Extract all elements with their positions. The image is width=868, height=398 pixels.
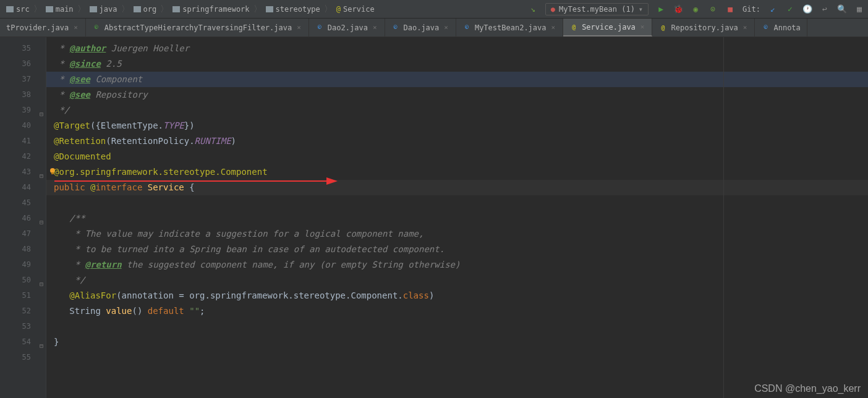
chevron-right-icon: 〉: [121, 4, 130, 15]
code-line: [54, 350, 868, 365]
build-hammer-icon[interactable]: ↘: [528, 4, 538, 14]
right-margin-guide: [723, 37, 724, 398]
git-label: Git:: [742, 5, 760, 14]
line-number: 37: [0, 72, 46, 87]
line-number: 45: [0, 195, 46, 211]
folder-icon: [46, 6, 53, 12]
editor-tabs: tProvider.java× ©AbstractTypeHierarchyTr…: [0, 19, 868, 37]
close-icon[interactable]: ×: [639, 23, 646, 31]
toolbar: src 〉 main 〉 java 〉 org 〉 springframewor…: [0, 0, 868, 19]
breadcrumb-item-stereotype[interactable]: stereotype: [263, 4, 323, 15]
line-number: 49: [0, 257, 46, 273]
chevron-right-icon: 〉: [253, 4, 262, 15]
breadcrumb-item-java[interactable]: java: [87, 4, 120, 15]
breadcrumb-item-springframework[interactable]: springframework: [170, 4, 252, 15]
breadcrumb-item-main[interactable]: main: [43, 4, 76, 15]
chevron-right-icon: 〉: [324, 4, 333, 15]
line-number: 53: [0, 319, 46, 334]
line-number: 39⊟: [0, 103, 46, 118]
profiler-icon[interactable]: ⊙: [708, 4, 718, 14]
annotation-icon: @: [336, 5, 341, 14]
line-number: 38: [0, 87, 46, 103]
line-number: 35: [0, 41, 46, 56]
close-icon[interactable]: ×: [296, 23, 302, 32]
close-icon[interactable]: ×: [742, 23, 749, 32]
code-line: * @author Juergen Hoeller: [54, 41, 868, 56]
watermark: CSDN @chen_yao_kerr: [754, 383, 861, 394]
line-number: 36: [0, 56, 46, 72]
gutter[interactable]: 35 36 37 38 39⊟ 40 41 42 43⊟ 44 45 46⊟ 4…: [0, 37, 46, 398]
tab-repository[interactable]: @Repository.java×: [652, 19, 755, 36]
git-history-icon[interactable]: 🕐: [802, 4, 812, 14]
editor: 35 36 37 38 39⊟ 40 41 42 43⊟ 44 45 46⊟ 4…: [0, 37, 868, 398]
tab-service[interactable]: @Service.java×: [563, 19, 652, 36]
breadcrumb-item-src[interactable]: src: [4, 4, 32, 15]
debug-icon[interactable]: 🐞: [673, 4, 683, 14]
tab-dao[interactable]: ©Dao.java×: [385, 19, 456, 36]
line-number: 44: [0, 180, 46, 195]
code-line: */: [54, 103, 868, 118]
chevron-right-icon: 〉: [33, 4, 42, 15]
code-line: * @return the suggested component name, …: [54, 257, 868, 273]
line-number: 47: [0, 226, 46, 242]
fold-icon[interactable]: ⊟: [37, 338, 43, 344]
close-icon[interactable]: ×: [372, 23, 378, 32]
code-area[interactable]: * @author Juergen Hoeller * @since 2.5 *…: [46, 37, 868, 398]
breadcrumb-item-org[interactable]: org: [131, 4, 160, 15]
class-icon: ©: [315, 23, 324, 32]
annotation-icon: @: [569, 23, 578, 32]
fold-icon[interactable]: ⊟: [37, 276, 43, 282]
code-line: /**: [54, 211, 868, 226]
run-icon[interactable]: ▶: [656, 4, 666, 14]
tab-abstracttypehierarchy[interactable]: ©AbstractTypeHierarchyTraversingFilter.j…: [86, 19, 309, 36]
code-line: [54, 195, 868, 211]
coverage-icon[interactable]: ◉: [691, 4, 700, 14]
chevron-right-icon: 〉: [77, 4, 86, 15]
code-line: }: [54, 334, 868, 350]
code-line: */: [54, 273, 868, 288]
code-line: * to be turned into a Spring bean in cas…: [54, 242, 868, 257]
line-number: 40: [0, 118, 46, 133]
search-icon[interactable]: 🔍: [837, 4, 847, 14]
breakpoint-icon: ●: [551, 5, 555, 14]
tab-tprovider[interactable]: tProvider.java×: [0, 19, 86, 36]
tab-mytestbean2[interactable]: ©MyTestBean2.java×: [456, 19, 563, 36]
close-icon[interactable]: ×: [72, 23, 79, 32]
close-icon[interactable]: ×: [550, 23, 557, 32]
line-number: 52: [0, 303, 46, 319]
tab-annota[interactable]: ©Annota: [755, 19, 807, 36]
code-line: String value() default "";: [54, 303, 868, 319]
fold-icon[interactable]: ⊟: [37, 106, 43, 112]
settings-icon[interactable]: ▦: [854, 4, 864, 14]
line-number: 42: [0, 149, 46, 164]
line-number: 43⊟: [0, 164, 46, 180]
class-icon: ©: [462, 23, 471, 32]
folder-icon: [90, 6, 97, 12]
close-icon[interactable]: ×: [443, 23, 449, 32]
fold-icon[interactable]: ⊟: [37, 214, 43, 221]
tab-dao2[interactable]: ©Dao2.java×: [309, 19, 385, 36]
git-revert-icon[interactable]: ↩: [820, 4, 830, 14]
stop-icon[interactable]: ■: [725, 4, 735, 14]
class-icon: ©: [761, 23, 770, 32]
breadcrumb: src 〉 main 〉 java 〉 org 〉 springframewor…: [4, 4, 528, 15]
class-icon: ©: [391, 23, 400, 32]
fold-icon[interactable]: ⊟: [37, 168, 43, 174]
folder-icon: [134, 6, 141, 12]
folder-icon: [172, 6, 180, 12]
class-icon: ©: [92, 23, 101, 32]
breadcrumb-item-service[interactable]: @Service: [334, 4, 377, 15]
run-config-selector[interactable]: ● MyTest.myBean (1) ▾: [545, 3, 649, 15]
chevron-down-icon: ▾: [639, 5, 643, 14]
line-number: 46⊟: [0, 211, 46, 226]
toolbar-actions: ↘ ● MyTest.myBean (1) ▾ ▶ 🐞 ◉ ⊙ ■ Git: ↙…: [528, 3, 864, 15]
code-line: * @see Repository: [54, 87, 868, 103]
line-number: 54⊟: [0, 334, 46, 350]
line-number: 55: [0, 350, 46, 365]
code-line: @AliasFor(annotation = org.springframewo…: [54, 288, 868, 303]
code-line: @Retention(RetentionPolicy.RUNTIME): [54, 133, 868, 149]
git-commit-icon[interactable]: ✓: [785, 4, 795, 14]
git-update-icon[interactable]: ↙: [768, 4, 778, 14]
chevron-right-icon: 〉: [160, 4, 169, 15]
line-number: 51: [0, 288, 46, 303]
